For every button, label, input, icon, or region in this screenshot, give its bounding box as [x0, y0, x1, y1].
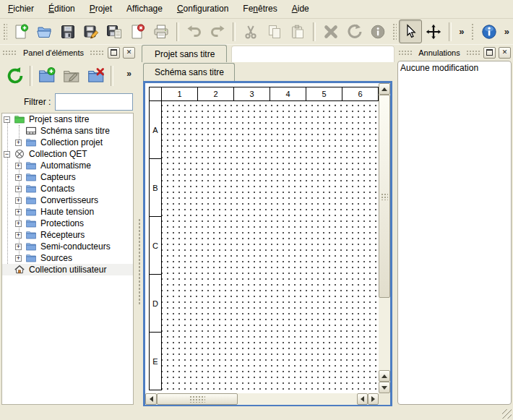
- expander-plus-icon[interactable]: +: [15, 174, 22, 181]
- expander-minus-icon[interactable]: −: [4, 116, 10, 123]
- undo-icon: [186, 23, 203, 40]
- new-document-button[interactable]: [9, 20, 33, 43]
- rotate-icon: [346, 23, 363, 40]
- expander-plus-icon[interactable]: +: [15, 163, 22, 169]
- scroll-track[interactable]: [379, 298, 390, 370]
- dock-grip[interactable]: [398, 50, 413, 56]
- scroll-up-button[interactable]: [379, 83, 390, 95]
- toolbar-overflow-button[interactable]: »: [455, 22, 467, 42]
- info-gray-button[interactable]: [366, 20, 389, 43]
- dock-grip[interactable]: [90, 50, 105, 56]
- copy-icon: [266, 23, 283, 40]
- tree-item[interactable]: Collection utilisateur: [2, 264, 133, 275]
- scroll-up-button-2[interactable]: [379, 370, 390, 382]
- scroll-left-button-2[interactable]: [357, 393, 368, 405]
- tree-item[interactable]: +Contacts: [2, 183, 133, 194]
- arrow-left-icon: [361, 396, 364, 402]
- tree-item[interactable]: Schéma sans titre: [2, 125, 133, 137]
- filter-input[interactable]: [55, 93, 133, 111]
- expander-plus-icon[interactable]: +: [15, 197, 22, 204]
- tab-project[interactable]: Projet sans titre: [142, 45, 227, 62]
- tree-item[interactable]: +Semi-conducteurs: [2, 241, 133, 252]
- horizontal-scroll-thumb[interactable]: [157, 393, 238, 405]
- scroll-track[interactable]: [238, 393, 357, 405]
- scroll-left-button[interactable]: [145, 393, 157, 405]
- save-all-button[interactable]: [103, 20, 126, 43]
- tree-item[interactable]: +Sources: [2, 252, 133, 264]
- expander-plus-icon[interactable]: +: [15, 244, 22, 250]
- expander-plus-icon[interactable]: +: [15, 232, 22, 239]
- tree-item[interactable]: +Récepteurs: [2, 229, 133, 241]
- delete-button[interactable]: [319, 20, 342, 43]
- close-panel-button[interactable]: ✕: [123, 47, 135, 59]
- clear-filter-icon[interactable]: [4, 94, 20, 109]
- menu-aide[interactable]: Aide: [285, 1, 316, 17]
- status-bar: [0, 406, 513, 420]
- expander-minus-icon[interactable]: −: [4, 151, 10, 158]
- vertical-scroll-thumb[interactable]: [379, 95, 390, 298]
- menu-affichage[interactable]: Affichage: [120, 1, 169, 17]
- menu-projet[interactable]: Projet: [83, 1, 118, 17]
- float-panel-button[interactable]: [483, 47, 496, 59]
- resize-grip[interactable]: [502, 409, 512, 419]
- rotate-button[interactable]: [342, 20, 366, 43]
- expander-plus-icon[interactable]: +: [15, 255, 22, 262]
- elements-panel-titlebar[interactable]: Panel d'éléments ✕: [0, 45, 137, 60]
- float-panel-button[interactable]: [108, 47, 120, 59]
- save-as-button[interactable]: [79, 20, 103, 43]
- toolbar-overflow-button[interactable]: »: [501, 22, 513, 42]
- undo-history-item[interactable]: Aucune modification: [400, 62, 509, 74]
- panel-toolbar-overflow-button[interactable]: »: [126, 69, 132, 79]
- refresh-button[interactable]: [3, 64, 27, 88]
- move-button[interactable]: [422, 20, 445, 43]
- close-panel-button[interactable]: ✕: [499, 47, 511, 59]
- expander-plus-icon[interactable]: +: [15, 140, 22, 146]
- select-arrow-button[interactable]: [399, 20, 422, 43]
- menu-fenetres[interactable]: Fenêtres: [236, 1, 283, 17]
- tree-item[interactable]: +Collection projet: [2, 137, 133, 148]
- tree-item[interactable]: +Capteurs: [2, 171, 133, 183]
- horizontal-scrollbar[interactable]: [145, 393, 379, 405]
- tree-item[interactable]: +Convertisseurs: [2, 194, 133, 206]
- scroll-down-button[interactable]: [379, 382, 390, 393]
- tree-item[interactable]: +Haute tension: [2, 206, 133, 218]
- toolbar-separator: [30, 66, 33, 86]
- tree-item[interactable]: +Automatisme: [2, 160, 133, 171]
- menu-edition[interactable]: Édition: [42, 1, 82, 17]
- paste-button[interactable]: [286, 20, 309, 43]
- tree-item-label: Semi-conducteurs: [40, 241, 111, 252]
- toolbar-handle[interactable]: [2, 22, 7, 41]
- float-icon: [111, 49, 117, 56]
- undo-panel-titlebar[interactable]: Annulations ✕: [396, 45, 513, 60]
- expander-plus-icon[interactable]: +: [15, 209, 22, 215]
- tree-item[interactable]: +Protections: [2, 218, 133, 229]
- cut-button[interactable]: [239, 20, 262, 43]
- tab-schema[interactable]: Schéma sans titre: [143, 63, 235, 81]
- undo-button[interactable]: [183, 20, 206, 43]
- save-button[interactable]: [56, 20, 79, 43]
- dock-grip[interactable]: [2, 50, 17, 56]
- print-button[interactable]: [150, 20, 173, 43]
- expander-plus-icon[interactable]: +: [15, 220, 22, 227]
- expander-plus-icon[interactable]: +: [15, 186, 22, 192]
- dock-grip[interactable]: [466, 50, 480, 56]
- copy-button[interactable]: [263, 20, 286, 43]
- tree-item[interactable]: −Collection QET: [2, 148, 133, 160]
- close-file-button[interactable]: [126, 20, 149, 43]
- delete-category-button[interactable]: [84, 64, 108, 88]
- redo-button[interactable]: [206, 20, 229, 43]
- tree-item-label: Récepteurs: [40, 230, 85, 240]
- undo-panel-title: Annulations: [415, 48, 463, 57]
- toolbar-handle[interactable]: [470, 22, 475, 41]
- open-document-button[interactable]: [33, 20, 56, 43]
- new-category-button[interactable]: [35, 64, 59, 88]
- info-blue-button[interactable]: [477, 20, 500, 43]
- vertical-scrollbar[interactable]: [379, 83, 390, 393]
- menu-fichier[interactable]: Fichier: [1, 1, 40, 17]
- edit-category-button[interactable]: [59, 64, 84, 88]
- tree-item[interactable]: −Projet sans titre: [2, 113, 133, 125]
- scroll-right-button[interactable]: [368, 393, 379, 405]
- menu-configuration[interactable]: Configuration: [171, 1, 235, 17]
- schema-canvas[interactable]: 123456ABCDE: [145, 83, 379, 393]
- toolbar-handle[interactable]: [392, 22, 397, 41]
